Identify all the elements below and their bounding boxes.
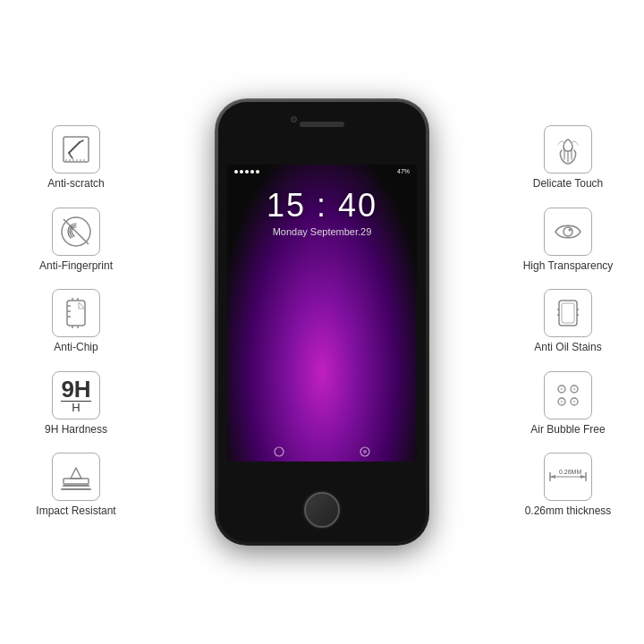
feature-delicate-touch: Delicate Touch — [501, 125, 635, 191]
air-bubble-label: Air Bubble Free — [530, 423, 605, 437]
delicate-touch-label: Delicate Touch — [533, 177, 604, 191]
svg-point-38 — [573, 400, 576, 402]
features-right: Delicate Touch High Transparency — [501, 125, 635, 519]
svg-point-36 — [573, 387, 576, 390]
svg-marker-17 — [71, 468, 81, 479]
main-container: Anti-scratch Anti-Fingerprint — [0, 0, 644, 644]
svg-point-24 — [569, 228, 572, 231]
anti-chip-label: Anti-Chip — [54, 341, 97, 355]
anti-chip-icon-box — [52, 289, 100, 337]
svg-marker-42 — [550, 475, 555, 479]
svg-text:0.26MM: 0.26MM — [559, 469, 581, 475]
svg-rect-16 — [64, 479, 89, 484]
svg-marker-43 — [580, 475, 586, 479]
signal-dots — [234, 170, 259, 174]
impact-icon — [58, 459, 94, 495]
high-transparency-label: High Transparency — [523, 259, 614, 274]
phone-screen: 47% 15 : 40 Monday September.29 — [227, 165, 417, 462]
touch-icon-box — [544, 125, 592, 174]
feature-impact-resistant: Impact Resistant — [9, 453, 143, 519]
anti-fingerprint-label: Anti-Fingerprint — [39, 259, 113, 274]
bubble-icon — [551, 378, 585, 412]
9h-badge: 9HH — [61, 377, 90, 413]
svg-marker-15 — [79, 302, 85, 309]
feature-thickness: 0.26MM 0.26mm thickness — [501, 453, 635, 519]
feature-air-bubble: Air Bubble Free — [501, 371, 635, 437]
camera-icon — [359, 445, 371, 458]
battery-indicator: 47% — [397, 168, 410, 174]
anti-scratch-icon-box — [52, 125, 100, 174]
9h-icon-box: 9HH — [52, 371, 100, 419]
svg-rect-0 — [64, 137, 89, 162]
phone-wrapper: 47% 15 : 40 Monday September.29 — [215, 98, 429, 546]
features-left: Anti-scratch Anti-Fingerprint — [9, 125, 143, 519]
thickness-label: 0.26mm thickness — [525, 504, 612, 519]
fingerprint-icon — [59, 215, 93, 249]
svg-line-1 — [69, 142, 80, 153]
anti-oil-icon — [552, 297, 584, 329]
impact-label: Impact Resistant — [36, 504, 115, 519]
anti-fingerprint-icon-box — [52, 208, 100, 256]
anti-oil-label: Anti Oil Stains — [534, 341, 601, 355]
status-bar: 47% — [227, 165, 417, 178]
svg-point-20 — [275, 447, 284, 456]
phone-speaker — [300, 122, 344, 127]
svg-line-2 — [80, 140, 83, 142]
anti-scratch-label: Anti-scratch — [47, 177, 104, 191]
phone-inner-frame: 47% 15 : 40 Monday September.29 — [218, 102, 426, 542]
feature-anti-fingerprint: Anti-Fingerprint — [9, 208, 143, 274]
svg-rect-7 — [67, 301, 85, 326]
screen-bottom-icons — [227, 445, 417, 458]
svg-point-37 — [561, 400, 564, 402]
feature-9h-hardness: 9HH 9H Hardness — [9, 371, 143, 437]
eye-icon — [551, 215, 585, 249]
phone-body: 47% 15 : 40 Monday September.29 — [215, 98, 429, 546]
thickness-icon: 0.26MM — [547, 460, 589, 494]
thickness-icon-box: 0.26MM — [544, 453, 592, 501]
anti-oil-icon-box — [544, 289, 592, 337]
flashlight-icon — [273, 445, 285, 458]
svg-point-22 — [363, 450, 367, 453]
phone-home-button[interactable] — [304, 492, 340, 528]
feature-high-transparency: High Transparency — [501, 208, 635, 274]
svg-point-35 — [561, 387, 564, 390]
scratch-icon — [60, 133, 92, 165]
feature-anti-scratch: Anti-scratch — [9, 125, 143, 191]
9h-label: 9H Hardness — [45, 423, 107, 437]
svg-line-3 — [69, 153, 72, 158]
impact-icon-box — [52, 453, 100, 501]
eye-icon-box — [544, 208, 592, 256]
phone-camera — [291, 116, 297, 123]
svg-line-6 — [64, 219, 89, 244]
screen-time: 15 : 40 — [267, 187, 377, 225]
touch-icon — [551, 132, 585, 166]
svg-rect-26 — [562, 303, 574, 323]
chip-icon — [60, 297, 92, 329]
screen-date: Monday September.29 — [273, 226, 372, 237]
bubble-icon-box — [544, 371, 592, 419]
feature-anti-oil: Anti Oil Stains — [501, 289, 635, 355]
feature-anti-chip: Anti-Chip — [9, 289, 143, 355]
